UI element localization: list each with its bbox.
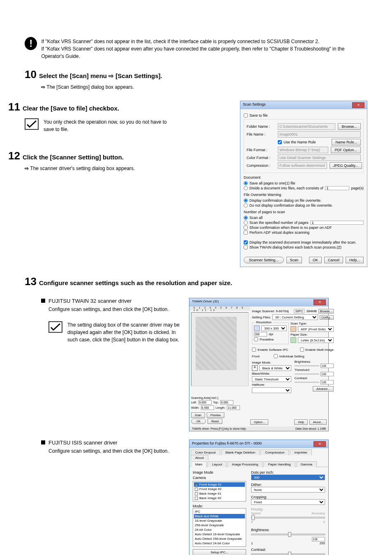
isis-titlebar: Properties for Fujitsu fi-6670 on STI - … xyxy=(189,440,328,448)
camera-list[interactable]: ✓Front Image #1 Front Image #2 Back Imag… xyxy=(193,481,246,502)
mode-icon: A xyxy=(252,365,258,371)
tab-row-1: Color Dropout Blank Page Deletion Compre… xyxy=(189,448,328,460)
filename-input[interactable] xyxy=(278,131,361,138)
scan-spec-radio[interactable]: Scan the specified number of pages xyxy=(244,221,364,225)
twain-dialog: TWAIN Driver (32) ✕ 0 1 2 3 4 5 6 7 8 9 … xyxy=(189,298,329,431)
jpeg-quality-button[interactable]: JPEG Quality... xyxy=(330,162,362,169)
config-button[interactable]: Config... xyxy=(320,315,334,320)
fileformat-select[interactable] xyxy=(278,147,328,153)
twain-desc: Configure scan settings, and then click … xyxy=(48,306,180,313)
imagemode-select[interactable]: Black & White xyxy=(259,365,291,371)
contrast-slider[interactable] xyxy=(251,553,325,555)
tab-main[interactable]: Main xyxy=(191,461,207,467)
folder-input[interactable] xyxy=(278,123,335,130)
checkbox[interactable] xyxy=(278,140,282,144)
papersize-select[interactable]: Letter (8.5x11in) xyxy=(298,337,334,343)
cropping-select[interactable]: Fixed xyxy=(251,499,325,505)
colorformat-select[interactable] xyxy=(278,154,361,161)
tab-paper-handling[interactable]: Paper Handling xyxy=(263,461,295,467)
tab-compression[interactable]: Compression xyxy=(261,449,289,455)
colorformat-label: Color Format : xyxy=(247,156,275,160)
cancel-button[interactable]: Cancel xyxy=(324,257,343,263)
checkbox[interactable] xyxy=(244,240,248,244)
dpi-input[interactable] xyxy=(254,332,267,336)
dialog-title: Scan Settings xyxy=(243,102,266,108)
help-button[interactable]: Help xyxy=(294,419,307,425)
bw-select[interactable]: Static Threshold xyxy=(252,376,291,382)
tab-gamma[interactable]: Gamma xyxy=(296,461,317,467)
compression-select[interactable] xyxy=(278,162,327,169)
browse-button[interactable]: Browse... xyxy=(318,309,334,313)
threshold-slider[interactable] xyxy=(295,373,320,375)
checkmark-icon xyxy=(25,118,39,130)
save-all-radio[interactable]: Save all pages to one(1) file xyxy=(244,181,364,185)
browse-button[interactable]: Browse... xyxy=(338,123,361,130)
twain-note-box: The setting dialog box of the scanner dr… xyxy=(48,321,181,343)
tab-blank-page[interactable]: Blank Page Deletion xyxy=(221,449,260,455)
checkbox[interactable] xyxy=(244,245,248,249)
tab-about[interactable]: About xyxy=(191,455,208,461)
tab-imprinter[interactable]: Imprinter xyxy=(290,449,312,455)
divide-radio[interactable]: Divide a document into files, each consi… xyxy=(244,186,364,190)
checkbox[interactable] xyxy=(244,230,248,235)
brightness-slider[interactable] xyxy=(295,365,320,366)
about-button[interactable]: About... xyxy=(309,419,327,425)
info-box-kofax: If "Kofax VRS Scanner" does not appear i… xyxy=(25,37,367,60)
tab-color-dropout[interactable]: Color Dropout xyxy=(191,449,220,455)
pdf-option-button[interactable]: PDF Option... xyxy=(331,147,361,153)
advance-button[interactable]: Advance... xyxy=(313,386,334,391)
scan-button[interactable]: Scan xyxy=(191,412,205,418)
priority-slider xyxy=(251,517,325,518)
dpi-select[interactable]: 300 xyxy=(251,474,325,480)
setting-files-select[interactable]: 00 : Current Setting xyxy=(272,314,318,320)
step-title: Click the [Scanner Setting] button. xyxy=(23,154,124,161)
info-text: If "Kofax VRS Scanner" does not appear i… xyxy=(41,37,367,60)
dither-select[interactable]: None xyxy=(251,487,325,493)
tab-image-proc[interactable]: Image Processing xyxy=(227,461,263,467)
step-10: 10 Select the [Scan] menu ⇨ [Scan Settin… xyxy=(25,68,367,91)
page-count-input[interactable] xyxy=(325,186,350,190)
save-to-file-checkbox[interactable]: Save to file xyxy=(244,113,364,117)
document-section: Document xyxy=(244,175,364,180)
name-rule-button[interactable]: Name Rule... xyxy=(332,139,361,145)
twain-title: TWAIN Driver (32) xyxy=(192,299,219,305)
ruler: 0 1 2 3 4 5 6 7 8 9 10 11 12 xyxy=(189,306,250,311)
papersize-icon xyxy=(291,337,296,343)
setup-ipc-button[interactable]: Setup IPC... xyxy=(193,549,246,555)
step-title: Clear the [Save to file] checkbox. xyxy=(23,105,119,112)
exclamation-icon xyxy=(25,37,37,50)
resolution-icon xyxy=(254,325,260,331)
checkbox[interactable] xyxy=(244,226,248,230)
scan-button[interactable]: Scan xyxy=(286,257,302,263)
step-number: 13 xyxy=(25,275,37,288)
ok-button[interactable]: OK xyxy=(309,257,322,263)
scan-settings-dialog: Scan Settings ✕ Save to file Folder Name… xyxy=(240,101,367,267)
close-icon[interactable]: ✕ xyxy=(314,441,326,447)
checkmark-icon xyxy=(48,321,62,333)
tab-layout[interactable]: Layout xyxy=(208,461,226,467)
spec-pages-input[interactable] xyxy=(310,221,364,225)
resolution-select[interactable]: 300 x 300 xyxy=(261,325,287,331)
donot-display-radio[interactable]: Do not display confirmation dialog on fi… xyxy=(244,203,364,207)
preview-button[interactable]: Preview xyxy=(207,412,224,418)
isis-dialog: Properties for Fujitsu fi-6670 on STI - … xyxy=(189,440,329,555)
ok-button[interactable]: OK xyxy=(191,419,206,424)
close-icon[interactable]: ✕ xyxy=(352,102,364,108)
step-number: 10 xyxy=(25,68,37,81)
reset-button[interactable]: Reset xyxy=(208,419,222,424)
close-icon[interactable]: ✕ xyxy=(314,299,326,305)
scantype-select[interactable]: ADF (Front Side) xyxy=(298,326,334,332)
checkbox[interactable] xyxy=(244,113,248,117)
brightness-slider[interactable] xyxy=(251,534,325,535)
display-conf-radio[interactable]: Display confirmation dialog on file over… xyxy=(244,198,364,203)
note-text: You only check the operation now, so you… xyxy=(44,118,167,133)
contrast-slider[interactable] xyxy=(295,382,320,383)
scanner-setting-button[interactable]: Scanner Setting... xyxy=(244,257,284,263)
halftone-select[interactable] xyxy=(252,387,291,393)
scan-all-radio[interactable]: Scan all xyxy=(244,216,364,220)
compression-label: Compression : xyxy=(247,164,275,168)
mode-list[interactable]: IPC Black and White 16-level Grayscale 2… xyxy=(193,508,246,547)
bullet-icon xyxy=(41,440,45,444)
help-button[interactable]: Help... xyxy=(346,257,364,263)
option-button[interactable]: Option... xyxy=(250,419,268,425)
